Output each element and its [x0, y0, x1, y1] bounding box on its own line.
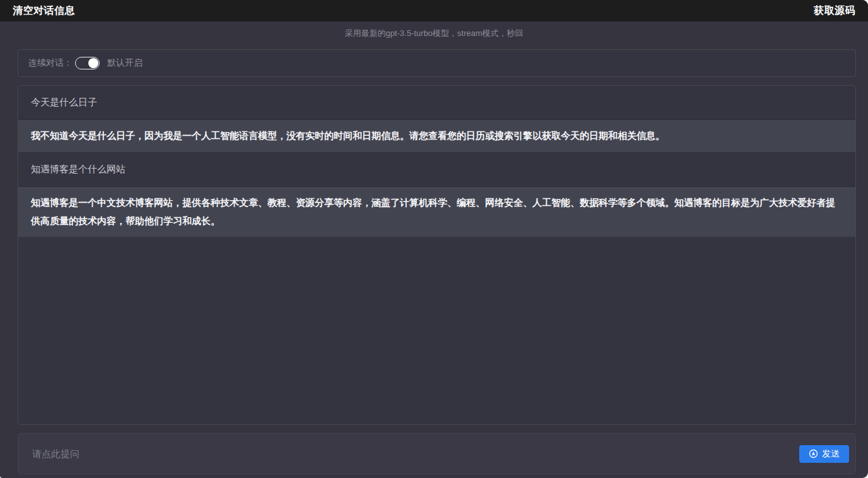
toggle-knob — [88, 58, 98, 68]
continuous-chat-label: 连续对话： — [28, 57, 73, 69]
continuous-chat-toggle[interactable] — [75, 57, 100, 69]
chat-app: 清空对话信息 获取源码 采用最新的gpt-3.5-turbo模型，stream模… — [0, 0, 868, 478]
chat-question: 今天是什么日子 — [18, 86, 855, 119]
clear-conversation-button[interactable]: 清空对话信息 — [13, 4, 75, 18]
chat-history-panel: 今天是什么日子我不知道今天是什么日子，因为我是一个人工智能语言模型，没有实时的时… — [18, 85, 856, 425]
default-on-hint: 默认开启 — [107, 57, 143, 69]
send-icon — [809, 449, 818, 458]
composer-panel: 发送 — [18, 433, 856, 474]
send-button-label: 发送 — [822, 448, 840, 460]
settings-panel: 连续对话： 默认开启 — [18, 49, 856, 77]
chat-answer: 我不知道今天是什么日子，因为我是一个人工智能语言模型，没有实时的时间和日期信息。… — [18, 119, 855, 152]
model-subtitle: 采用最新的gpt-3.5-turbo模型，stream模式，秒回 — [0, 28, 868, 39]
top-bar: 清空对话信息 获取源码 — [0, 0, 868, 21]
prompt-input[interactable] — [31, 433, 799, 474]
chat-question: 知遇博客是个什么网站 — [18, 152, 855, 186]
send-button[interactable]: 发送 — [799, 445, 849, 463]
chat-answer: 知遇博客是一个中文技术博客网站，提供各种技术文章、教程、资源分享等内容，涵盖了计… — [18, 186, 855, 237]
get-source-code-button[interactable]: 获取源码 — [814, 4, 855, 18]
